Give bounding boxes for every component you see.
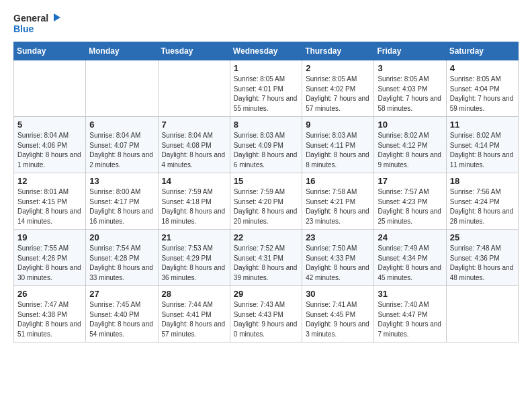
logo-svg: GeneralBlue bbox=[13, 11, 67, 35]
day-cell: 13Sunrise: 8:00 AMSunset: 4:17 PMDayligh… bbox=[86, 173, 158, 230]
day-number: 26 bbox=[17, 289, 82, 299]
weekday-header-monday: Monday bbox=[86, 42, 158, 60]
day-info: Sunrise: 7:59 AMSunset: 4:20 PMDaylight:… bbox=[234, 187, 298, 226]
day-info: Sunrise: 8:02 AMSunset: 4:12 PMDaylight:… bbox=[378, 131, 442, 170]
day-cell bbox=[446, 286, 518, 342]
day-info: Sunrise: 7:59 AMSunset: 4:18 PMDaylight:… bbox=[162, 187, 226, 226]
day-cell: 2Sunrise: 8:05 AMSunset: 4:02 PMDaylight… bbox=[302, 60, 374, 117]
day-number: 29 bbox=[234, 289, 298, 299]
logo: GeneralBlue bbox=[13, 11, 67, 35]
day-cell: 3Sunrise: 8:05 AMSunset: 4:03 PMDaylight… bbox=[374, 60, 446, 117]
weekday-header-thursday: Thursday bbox=[302, 42, 374, 60]
day-cell: 29Sunrise: 7:43 AMSunset: 4:43 PMDayligh… bbox=[230, 286, 302, 342]
day-number: 15 bbox=[234, 176, 298, 186]
day-number: 14 bbox=[162, 176, 226, 186]
day-number: 10 bbox=[378, 120, 442, 130]
day-info: Sunrise: 7:43 AMSunset: 4:43 PMDaylight:… bbox=[234, 300, 298, 339]
day-number: 7 bbox=[162, 120, 226, 130]
week-row-4: 19Sunrise: 7:55 AMSunset: 4:26 PMDayligh… bbox=[14, 230, 519, 286]
day-cell: 12Sunrise: 8:01 AMSunset: 4:15 PMDayligh… bbox=[14, 173, 86, 230]
week-row-5: 26Sunrise: 7:47 AMSunset: 4:38 PMDayligh… bbox=[14, 286, 519, 342]
day-info: Sunrise: 8:03 AMSunset: 4:09 PMDaylight:… bbox=[234, 131, 298, 170]
day-number: 17 bbox=[378, 176, 442, 186]
day-cell: 4Sunrise: 8:05 AMSunset: 4:04 PMDaylight… bbox=[446, 60, 518, 117]
day-number: 1 bbox=[234, 63, 298, 73]
week-row-2: 5Sunrise: 8:04 AMSunset: 4:06 PMDaylight… bbox=[14, 117, 519, 173]
weekday-header-wednesday: Wednesday bbox=[230, 42, 302, 60]
day-cell: 17Sunrise: 7:57 AMSunset: 4:23 PMDayligh… bbox=[374, 173, 446, 230]
day-info: Sunrise: 7:44 AMSunset: 4:41 PMDaylight:… bbox=[162, 300, 226, 339]
day-cell: 1Sunrise: 8:05 AMSunset: 4:01 PMDaylight… bbox=[230, 60, 302, 117]
page: GeneralBlue SundayMondayTuesdayWednesday… bbox=[0, 0, 532, 353]
weekday-header-row: SundayMondayTuesdayWednesdayThursdayFrid… bbox=[14, 42, 519, 60]
day-number: 12 bbox=[17, 176, 82, 186]
day-cell: 30Sunrise: 7:41 AMSunset: 4:45 PMDayligh… bbox=[302, 286, 374, 342]
header: GeneralBlue bbox=[13, 11, 519, 35]
day-number: 30 bbox=[306, 289, 370, 299]
day-cell: 15Sunrise: 7:59 AMSunset: 4:20 PMDayligh… bbox=[230, 173, 302, 230]
week-row-1: 1Sunrise: 8:05 AMSunset: 4:01 PMDaylight… bbox=[14, 60, 519, 117]
day-info: Sunrise: 8:04 AMSunset: 4:07 PMDaylight:… bbox=[89, 131, 154, 170]
weekday-header-tuesday: Tuesday bbox=[158, 42, 230, 60]
day-info: Sunrise: 7:58 AMSunset: 4:21 PMDaylight:… bbox=[306, 187, 370, 226]
day-cell: 27Sunrise: 7:45 AMSunset: 4:40 PMDayligh… bbox=[86, 286, 158, 342]
day-number: 18 bbox=[450, 176, 515, 186]
day-info: Sunrise: 7:52 AMSunset: 4:31 PMDaylight:… bbox=[234, 244, 298, 283]
day-number: 11 bbox=[450, 120, 515, 130]
week-row-3: 12Sunrise: 8:01 AMSunset: 4:15 PMDayligh… bbox=[14, 173, 519, 230]
svg-text:General: General bbox=[13, 13, 48, 24]
day-info: Sunrise: 7:45 AMSunset: 4:40 PMDaylight:… bbox=[89, 300, 154, 339]
day-info: Sunrise: 8:00 AMSunset: 4:17 PMDaylight:… bbox=[89, 187, 154, 226]
day-number: 19 bbox=[17, 232, 82, 242]
day-number: 13 bbox=[89, 176, 154, 186]
day-info: Sunrise: 7:47 AMSunset: 4:38 PMDaylight:… bbox=[17, 300, 82, 339]
weekday-header-saturday: Saturday bbox=[446, 42, 518, 60]
day-number: 6 bbox=[89, 120, 154, 130]
day-info: Sunrise: 8:03 AMSunset: 4:11 PMDaylight:… bbox=[306, 131, 370, 170]
day-cell: 26Sunrise: 7:47 AMSunset: 4:38 PMDayligh… bbox=[14, 286, 86, 342]
day-number: 2 bbox=[306, 63, 370, 73]
day-number: 5 bbox=[17, 120, 82, 130]
day-cell: 14Sunrise: 7:59 AMSunset: 4:18 PMDayligh… bbox=[158, 173, 230, 230]
day-number: 31 bbox=[378, 289, 442, 299]
day-cell: 7Sunrise: 8:04 AMSunset: 4:08 PMDaylight… bbox=[158, 117, 230, 173]
calendar-table: SundayMondayTuesdayWednesdayThursdayFrid… bbox=[13, 42, 519, 342]
day-number: 22 bbox=[234, 232, 298, 242]
day-info: Sunrise: 8:05 AMSunset: 4:02 PMDaylight:… bbox=[306, 75, 370, 113]
day-number: 23 bbox=[306, 232, 370, 242]
day-cell: 23Sunrise: 7:50 AMSunset: 4:33 PMDayligh… bbox=[302, 230, 374, 286]
day-info: Sunrise: 7:57 AMSunset: 4:23 PMDaylight:… bbox=[378, 187, 442, 226]
day-info: Sunrise: 8:04 AMSunset: 4:08 PMDaylight:… bbox=[162, 131, 226, 170]
day-info: Sunrise: 7:41 AMSunset: 4:45 PMDaylight:… bbox=[306, 300, 370, 339]
day-cell: 28Sunrise: 7:44 AMSunset: 4:41 PMDayligh… bbox=[158, 286, 230, 342]
day-cell: 8Sunrise: 8:03 AMSunset: 4:09 PMDaylight… bbox=[230, 117, 302, 173]
day-cell: 9Sunrise: 8:03 AMSunset: 4:11 PMDaylight… bbox=[302, 117, 374, 173]
day-cell bbox=[86, 60, 158, 117]
day-number: 9 bbox=[306, 120, 370, 130]
day-info: Sunrise: 7:56 AMSunset: 4:24 PMDaylight:… bbox=[450, 187, 515, 226]
svg-marker-2 bbox=[54, 13, 60, 21]
day-number: 28 bbox=[162, 289, 226, 299]
day-info: Sunrise: 7:48 AMSunset: 4:36 PMDaylight:… bbox=[450, 244, 515, 283]
day-info: Sunrise: 8:04 AMSunset: 4:06 PMDaylight:… bbox=[17, 131, 82, 170]
day-info: Sunrise: 8:05 AMSunset: 4:01 PMDaylight:… bbox=[234, 75, 298, 113]
day-info: Sunrise: 7:40 AMSunset: 4:47 PMDaylight:… bbox=[378, 300, 442, 339]
day-cell: 22Sunrise: 7:52 AMSunset: 4:31 PMDayligh… bbox=[230, 230, 302, 286]
day-number: 24 bbox=[378, 232, 442, 242]
weekday-header-friday: Friday bbox=[374, 42, 446, 60]
day-cell: 16Sunrise: 7:58 AMSunset: 4:21 PMDayligh… bbox=[302, 173, 374, 230]
day-info: Sunrise: 7:54 AMSunset: 4:28 PMDaylight:… bbox=[89, 244, 154, 283]
weekday-header-sunday: Sunday bbox=[14, 42, 86, 60]
day-info: Sunrise: 7:50 AMSunset: 4:33 PMDaylight:… bbox=[306, 244, 370, 283]
day-number: 8 bbox=[234, 120, 298, 130]
svg-text:Blue: Blue bbox=[13, 24, 34, 34]
day-cell: 20Sunrise: 7:54 AMSunset: 4:28 PMDayligh… bbox=[86, 230, 158, 286]
day-number: 21 bbox=[162, 232, 226, 242]
day-info: Sunrise: 8:05 AMSunset: 4:04 PMDaylight:… bbox=[450, 75, 515, 113]
day-cell: 31Sunrise: 7:40 AMSunset: 4:47 PMDayligh… bbox=[374, 286, 446, 342]
day-cell: 18Sunrise: 7:56 AMSunset: 4:24 PMDayligh… bbox=[446, 173, 518, 230]
day-number: 27 bbox=[89, 289, 154, 299]
day-number: 16 bbox=[306, 176, 370, 186]
day-cell: 5Sunrise: 8:04 AMSunset: 4:06 PMDaylight… bbox=[14, 117, 86, 173]
day-cell: 24Sunrise: 7:49 AMSunset: 4:34 PMDayligh… bbox=[374, 230, 446, 286]
